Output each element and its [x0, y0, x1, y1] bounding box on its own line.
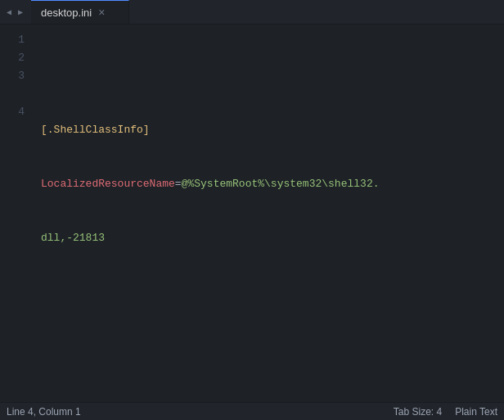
- tab-bar: desktop.ini ×: [31, 0, 501, 24]
- nav-left-arrow[interactable]: ◀: [3, 4, 15, 20]
- editor: 1 2 3 3 4 [.ShellClassInfo] LocalizedRes…: [0, 25, 504, 402]
- line-numbers: 1 2 3 3 4: [0, 25, 33, 402]
- status-left: Line 4, Column 1: [7, 406, 81, 418]
- tab-desktop-ini[interactable]: desktop.ini ×: [31, 0, 129, 24]
- tab-size[interactable]: Tab Size: 4: [394, 406, 442, 418]
- line-number-4: 4: [0, 103, 25, 121]
- nav-arrows: ◀ ▶: [3, 4, 26, 20]
- code-line-3b: dll,-21813: [41, 229, 504, 247]
- tab-close-button[interactable]: ×: [98, 7, 105, 18]
- status-right: Tab Size: 4 Plain Text: [394, 406, 497, 418]
- code-line-2: [.ShellClassInfo]: [41, 121, 504, 139]
- line-number-1: 1: [0, 31, 25, 49]
- title-bar: ◀ ▶ desktop.ini ×: [0, 0, 504, 25]
- cursor-position: Line 4, Column 1: [7, 406, 81, 418]
- nav-right-arrow[interactable]: ▶: [15, 4, 26, 20]
- language-mode[interactable]: Plain Text: [455, 406, 497, 418]
- code-line-3a: LocalizedResourceName=@%SystemRoot%\syst…: [41, 175, 504, 193]
- tab-label: desktop.ini: [41, 7, 92, 19]
- line-number-2: 2: [0, 49, 25, 67]
- line-number-3: 3: [0, 67, 25, 85]
- code-line-1: [41, 67, 504, 85]
- code-content[interactable]: [.ShellClassInfo] LocalizedResourceName=…: [33, 25, 504, 402]
- code-line-4: [41, 283, 504, 301]
- status-bar: Line 4, Column 1 Tab Size: 4 Plain Text: [0, 402, 504, 420]
